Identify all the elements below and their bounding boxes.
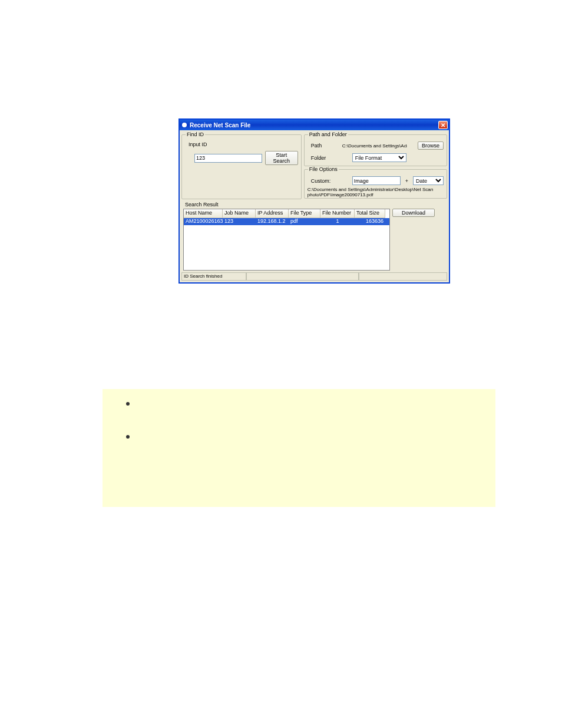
receive-net-scan-window: Receive Net Scan File ✕ Find ID Input ID… bbox=[178, 118, 450, 284]
result-table[interactable]: Host Name Job Name IP Address File Type … bbox=[183, 209, 390, 271]
note-row-2 bbox=[126, 433, 478, 439]
th-filetype[interactable]: File Type bbox=[289, 209, 320, 218]
table-row[interactable]: AM2100026163 123 192.168.1.2 pdf 1 16363… bbox=[184, 218, 389, 225]
path-folder-group: Path and Folder Path C:\Documents and Se… bbox=[304, 134, 447, 166]
td-ip: 192.168.1.2 bbox=[256, 218, 289, 225]
td-filenum: 1 bbox=[320, 218, 355, 225]
window-title: Receive Net Scan File bbox=[190, 122, 250, 129]
path-label: Path bbox=[311, 143, 339, 149]
file-options-title: File Options bbox=[308, 166, 339, 172]
table-header: Host Name Job Name IP Address File Type … bbox=[184, 209, 389, 218]
path-value: C:\Documents and Settings\Admi bbox=[342, 143, 407, 149]
note-box bbox=[103, 389, 495, 507]
file-options-group: File Options Custom: + Date C:\Documents… bbox=[304, 169, 447, 199]
search-result-label: Search Result bbox=[185, 202, 447, 207]
example-path: C:\Documents and Settings\Administrator\… bbox=[308, 187, 444, 197]
app-icon bbox=[182, 123, 187, 127]
folder-label: Folder bbox=[311, 155, 339, 161]
browse-button[interactable]: Browse bbox=[418, 141, 444, 150]
th-ip[interactable]: IP Address bbox=[256, 209, 289, 218]
titlebar-left: Receive Net Scan File bbox=[182, 122, 250, 129]
td-jobname: 123 bbox=[223, 218, 256, 225]
status-text: ID Search finished bbox=[181, 273, 246, 281]
th-filenum[interactable]: File Number bbox=[320, 209, 355, 218]
bullet-icon bbox=[126, 435, 130, 439]
custom-field[interactable] bbox=[352, 176, 401, 185]
window-body: Find ID Input ID Start Search Path and F… bbox=[180, 130, 449, 282]
start-search-button[interactable]: Start Search bbox=[265, 151, 298, 165]
custom-label: Custom: bbox=[311, 178, 339, 184]
download-column: Download bbox=[392, 209, 445, 271]
status-cell-right bbox=[359, 273, 447, 281]
date-select[interactable]: Date bbox=[413, 176, 444, 185]
find-id-group: Find ID Input ID Start Search bbox=[181, 134, 302, 199]
th-hostname[interactable]: Host Name bbox=[184, 209, 223, 218]
find-id-title: Find ID bbox=[186, 131, 205, 137]
statusbar: ID Search finished bbox=[181, 272, 447, 281]
td-hostname: AM2100026163 bbox=[184, 218, 223, 225]
status-cell-mid bbox=[246, 273, 359, 281]
th-totalsize[interactable]: Total Size bbox=[355, 209, 385, 218]
td-totalsize: 163636 bbox=[355, 218, 385, 225]
note-row-1 bbox=[126, 400, 478, 406]
input-id-label: Input ID bbox=[189, 141, 214, 147]
plus-label: + bbox=[405, 178, 408, 184]
folder-select[interactable]: File Format bbox=[352, 153, 406, 162]
path-folder-title: Path and Folder bbox=[308, 131, 348, 137]
close-icon: ✕ bbox=[441, 122, 445, 129]
bullet-icon bbox=[126, 402, 130, 406]
th-jobname[interactable]: Job Name bbox=[223, 209, 256, 218]
close-button[interactable]: ✕ bbox=[438, 121, 448, 129]
download-button[interactable]: Download bbox=[392, 209, 435, 217]
td-filetype: pdf bbox=[289, 218, 320, 225]
input-id-field[interactable] bbox=[194, 154, 262, 163]
titlebar[interactable]: Receive Net Scan File ✕ bbox=[180, 120, 449, 130]
